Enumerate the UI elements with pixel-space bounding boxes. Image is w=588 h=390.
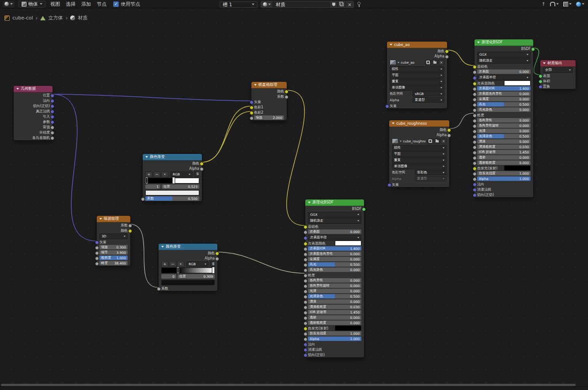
anisotropic-slider[interactable]: 各向异性0.000 <box>308 278 361 283</box>
subsurface-socket[interactable] <box>303 230 307 234</box>
node-header[interactable]: 几何数据 <box>14 86 53 92</box>
color-mode-dropdown[interactable]: RGB <box>186 261 209 267</box>
collapse-chevron-icon[interactable] <box>392 122 395 124</box>
volume-socket[interactable] <box>539 80 542 84</box>
distortion-slider[interactable]: 畸变38.400 <box>99 261 128 265</box>
source-dropdown[interactable]: 单张图像 <box>390 85 444 91</box>
transmission-socket[interactable] <box>303 316 307 320</box>
sheen-tint-socket[interactable] <box>473 135 477 139</box>
source-dropdown[interactable]: 单张图像 <box>392 164 447 169</box>
node-material-output[interactable]: 材质输出全部表面体积置换 <box>540 60 576 89</box>
editor-type-button[interactable] <box>3 1 15 8</box>
open-image-button[interactable] <box>432 60 438 65</box>
transmission-roughness-slider[interactable]: 透射粗糙度0.000 <box>477 161 531 165</box>
scale-socket[interactable] <box>250 116 254 120</box>
tangent-socket[interactable] <box>303 353 307 357</box>
specular-slider[interactable]: 高光0.500 <box>308 262 361 267</box>
roughness-socket[interactable] <box>303 274 307 278</box>
extension-dropdown[interactable]: 重复 <box>390 79 444 84</box>
collapse-chevron-icon[interactable] <box>99 218 102 220</box>
collapse-chevron-icon[interactable] <box>16 88 19 90</box>
anisotropic-rotation-slider[interactable]: 各向异性旋转0.000 <box>477 123 531 128</box>
subsurface-ior-socket[interactable] <box>473 87 477 91</box>
base-color-socket[interactable] <box>473 65 477 69</box>
new-material-button[interactable] <box>338 1 345 8</box>
colorramp-gradient[interactable] <box>161 268 215 273</box>
color-socket[interactable] <box>445 50 449 54</box>
emission-strength-socket[interactable] <box>473 172 477 176</box>
fac-socket[interactable] <box>285 95 288 99</box>
sheen-socket[interactable] <box>473 130 477 134</box>
stop-index-field[interactable]: 0 <box>161 274 176 279</box>
normal-socket[interactable] <box>50 99 54 103</box>
alpha-slider[interactable]: Alpha1.000 <box>477 176 531 181</box>
unlink-image-button[interactable]: × <box>440 138 447 144</box>
snap-magnet-button[interactable] <box>550 2 559 6</box>
roughness-socket[interactable] <box>95 256 99 260</box>
remove-stop-button[interactable]: − <box>169 261 176 267</box>
color-space-dropdown[interactable]: 非彩色 <box>415 170 447 175</box>
bsdf-socket[interactable] <box>362 207 366 211</box>
anisotropic-rotation-slider[interactable]: 各向异性旋转0.000 <box>308 283 361 288</box>
stop-position-slider[interactable]: 位置0.523 <box>162 184 199 189</box>
node-header[interactable]: 颜色渐变 <box>143 154 202 161</box>
dimensions-dropdown[interactable]: 3D <box>99 233 128 239</box>
scale-slider[interactable]: 缩放2.000 <box>254 115 284 120</box>
use-nodes-checkbox[interactable]: ✓ 使用节点 <box>113 1 140 8</box>
distortion-socket[interactable] <box>95 262 99 266</box>
clearcoat-normal-socket[interactable] <box>303 348 307 352</box>
ior-slider[interactable]: IOR 折射率1.450 <box>477 150 531 154</box>
subsurface-anisotropy-socket[interactable] <box>473 92 477 96</box>
fac-socket[interactable] <box>141 197 145 201</box>
gradient-stop-handle-0[interactable] <box>177 267 179 273</box>
specular-tint-socket[interactable] <box>473 108 477 112</box>
clearcoat-roughness-slider[interactable]: 清漆粗糙度0.030 <box>477 145 531 149</box>
interpolation-dropdown[interactable]: 常值 <box>194 172 199 177</box>
distribution-dropdown[interactable]: GGX <box>308 212 361 218</box>
subsurface-anisotropy-slider[interactable]: 次表面各向异性0.000 <box>308 252 361 256</box>
emission-strength-slider[interactable]: 自发光强度1.000 <box>308 331 361 336</box>
transmission-socket[interactable] <box>473 156 477 160</box>
node-header[interactable]: cube_ao <box>387 42 447 48</box>
subsurface-radius-socket[interactable] <box>473 76 477 80</box>
random-per-island-socket[interactable] <box>50 136 54 140</box>
scale-socket[interactable] <box>95 246 99 250</box>
clearcoat-socket[interactable] <box>473 140 477 144</box>
copy-image-button[interactable] <box>425 60 431 65</box>
unlink-material-button[interactable]: × <box>345 1 353 8</box>
subsurface-socket[interactable] <box>473 70 477 74</box>
anisotropic-rotation-socket[interactable] <box>303 284 307 288</box>
metallic-slider[interactable]: 金属度0.000 <box>308 257 361 261</box>
bsdf-socket[interactable] <box>531 47 535 51</box>
clearcoat-roughness-socket[interactable] <box>473 145 477 149</box>
clearcoat-socket[interactable] <box>303 300 307 304</box>
anisotropic-socket[interactable] <box>473 119 477 123</box>
projection-dropdown[interactable]: 平面 <box>390 73 444 78</box>
normal-socket[interactable] <box>303 343 307 347</box>
clearcoat-normal-socket[interactable] <box>473 188 477 192</box>
ior-slider[interactable]: IOR 折射率1.450 <box>308 310 361 314</box>
color-socket[interactable] <box>215 252 219 256</box>
true-normal-socket[interactable] <box>50 110 54 114</box>
emission-strength-socket[interactable] <box>303 332 307 336</box>
transmission-roughness-socket[interactable] <box>473 161 477 165</box>
arrow-up-icon[interactable]: ↑ <box>542 1 546 7</box>
target-dropdown[interactable]: 全部 <box>543 67 573 73</box>
interpolation-dropdown[interactable]: 线性 <box>390 66 444 72</box>
sheen-tint-socket[interactable] <box>303 295 307 299</box>
specular-tint-slider[interactable]: 高光染色0.000 <box>308 268 361 272</box>
ior-socket[interactable] <box>473 151 477 155</box>
stop-index-field[interactable]: 1 <box>145 184 160 189</box>
base-color-socket[interactable] <box>303 225 307 229</box>
colorramp-gradient[interactable] <box>145 178 199 184</box>
breadcrumb-mesh[interactable]: 立方体 <box>48 15 63 21</box>
projection-dropdown[interactable]: 平面 <box>392 151 447 157</box>
node-principled-bsdf-1[interactable]: 原理化BSDFBSDFGGX随机游走基础色次表面0.000次表面半径次表面颜色次… <box>305 199 364 358</box>
collapse-chevron-icon[interactable] <box>161 246 164 248</box>
color2-socket[interactable] <box>250 111 254 115</box>
anisotropic-slider[interactable]: 各向异性0.000 <box>477 118 531 122</box>
subsurface-radius-dropdown[interactable]: 次表面半径 <box>308 235 361 241</box>
alpha-mode-dropdown[interactable]: 直通型 <box>415 176 447 181</box>
alpha-socket[interactable] <box>447 134 451 138</box>
emission-strength-slider[interactable]: 自发光强度1.000 <box>477 171 531 176</box>
